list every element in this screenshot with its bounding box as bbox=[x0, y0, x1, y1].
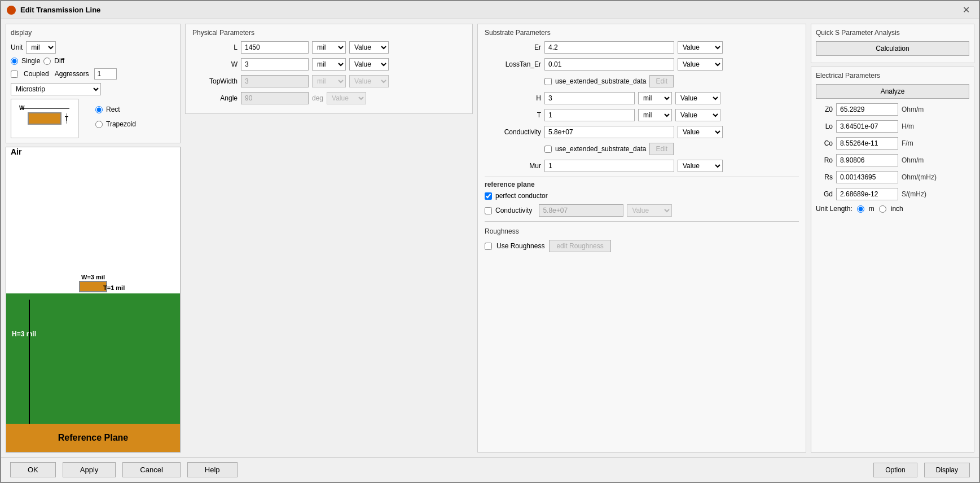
LossTan-input[interactable] bbox=[544, 58, 674, 71]
apply-button[interactable]: Apply bbox=[63, 462, 116, 477]
use-extended-row: use_extended_substrate_data Edit bbox=[485, 75, 799, 87]
W-unit-select[interactable]: milmmuminch bbox=[312, 58, 346, 71]
Ro-label: Ro bbox=[816, 156, 833, 164]
use-extended-label[interactable]: use_extended_substrate_data bbox=[555, 77, 646, 85]
Co-value[interactable] bbox=[836, 137, 898, 150]
unit-select[interactable]: mil mm um inch bbox=[26, 41, 56, 54]
diff-radio[interactable] bbox=[43, 58, 51, 65]
Angle-row: Angle deg Value bbox=[192, 92, 465, 104]
edit-button-1[interactable]: Edit bbox=[649, 75, 674, 87]
help-button[interactable]: Help bbox=[187, 462, 238, 477]
analyze-button[interactable]: Analyze bbox=[816, 84, 969, 99]
Gd-value[interactable] bbox=[836, 188, 898, 200]
LossTan-label: LossTan_Er bbox=[485, 60, 541, 68]
option-button[interactable]: Option bbox=[873, 463, 917, 477]
panels-container: display Unit mil mm um inch Single bbox=[1, 19, 979, 457]
Conductivity-label: Conductivity bbox=[485, 128, 541, 136]
shape-type-select[interactable]: Microstrip Stripline CPW bbox=[11, 83, 101, 95]
trap-label[interactable]: Trapezoid bbox=[106, 120, 136, 128]
single-radio[interactable] bbox=[11, 58, 18, 65]
window-title: Edit Transmission Line bbox=[20, 6, 100, 14]
substrate-section: Substrate Parameters Er ValueOptimizeSwe… bbox=[477, 24, 806, 453]
unit-m-radio[interactable] bbox=[857, 205, 864, 213]
Mur-type-select[interactable]: Value bbox=[678, 160, 723, 172]
perfect-conductor-checkbox[interactable] bbox=[485, 192, 492, 200]
use-extended2-checkbox[interactable] bbox=[544, 146, 552, 153]
W-type-select[interactable]: ValueOptimizeSweep bbox=[349, 58, 389, 71]
L-input[interactable] bbox=[241, 41, 309, 54]
Er-input[interactable] bbox=[544, 41, 674, 54]
perfect-conductor-label[interactable]: perfect conductor bbox=[495, 192, 548, 200]
left-panel: display Unit mil mm um inch Single bbox=[6, 24, 181, 453]
single-label[interactable]: Single bbox=[21, 57, 40, 65]
Lo-value[interactable] bbox=[836, 120, 898, 133]
H-unit-select[interactable]: milmmuminch bbox=[638, 92, 672, 104]
conductor-shape: T bbox=[28, 112, 61, 125]
unit-inch-label[interactable]: inch bbox=[891, 205, 903, 213]
Ro-value[interactable] bbox=[836, 154, 898, 166]
W-input[interactable] bbox=[241, 58, 309, 71]
W-row: W milmmuminch ValueOptimizeSweep bbox=[192, 58, 465, 71]
ref-cond-input[interactable] bbox=[539, 204, 623, 217]
use-extended2-row: use_extended_substrate_data Edit bbox=[485, 143, 799, 155]
display-button[interactable]: Display bbox=[924, 463, 970, 477]
TopWidth-label: TopWidth bbox=[192, 77, 238, 85]
diff-label[interactable]: Diff bbox=[54, 57, 64, 65]
use-roughness-checkbox[interactable] bbox=[485, 243, 492, 250]
rect-label[interactable]: Rect bbox=[106, 106, 120, 113]
Z0-label: Z0 bbox=[816, 106, 833, 113]
edit-roughness-button[interactable]: edit Roughness bbox=[549, 240, 610, 252]
Z0-unit: Ohm/m bbox=[902, 106, 924, 113]
T-type-select[interactable]: Value bbox=[675, 109, 720, 121]
T-unit-select[interactable]: milmmuminch bbox=[638, 109, 672, 121]
unit-inch-radio[interactable] bbox=[879, 205, 886, 213]
H-row: H milmmuminch Value bbox=[485, 92, 799, 104]
coupled-label[interactable]: Coupled bbox=[24, 70, 49, 78]
Rs-value[interactable] bbox=[836, 171, 898, 183]
ground-plane: Reference Plane bbox=[6, 424, 180, 452]
Co-label: Co bbox=[816, 139, 833, 147]
ref-cond-label[interactable]: Conductivity bbox=[495, 207, 532, 214]
L-unit-select[interactable]: milmmuminch bbox=[312, 41, 346, 54]
ref-cond-type-select: Value bbox=[627, 204, 672, 217]
use-extended-checkbox[interactable] bbox=[544, 78, 552, 85]
calculation-button[interactable]: Calculation bbox=[816, 41, 969, 56]
Conductivity-row: Conductivity Value bbox=[485, 126, 799, 138]
L-row: L milmmuminch ValueOptimizeSweep bbox=[192, 41, 465, 54]
display-label: display bbox=[11, 29, 175, 37]
TopWidth-type-select: Value bbox=[349, 75, 389, 87]
edit-button-2[interactable]: Edit bbox=[649, 143, 674, 155]
substrate-region bbox=[6, 293, 180, 424]
app-icon bbox=[7, 6, 16, 15]
shape-row: W T Rect bbox=[11, 99, 175, 138]
Mur-input[interactable] bbox=[544, 160, 674, 172]
Er-type-select[interactable]: ValueOptimizeSweep bbox=[678, 41, 723, 54]
H-input[interactable] bbox=[544, 92, 635, 104]
w-dim-line bbox=[20, 108, 69, 109]
LossTan-type-select[interactable]: Value bbox=[678, 58, 723, 71]
H-type-select[interactable]: Value bbox=[675, 92, 720, 104]
rect-radio[interactable] bbox=[95, 106, 103, 113]
trap-radio[interactable] bbox=[95, 121, 103, 128]
Ro-unit: Ohm/m bbox=[902, 156, 924, 164]
TopWidth-input[interactable] bbox=[241, 75, 309, 87]
cancel-button[interactable]: Cancel bbox=[122, 462, 180, 477]
use-extended2-label[interactable]: use_extended_substrate_data bbox=[555, 145, 646, 153]
ref-conductivity-checkbox[interactable] bbox=[485, 207, 492, 214]
L-type-select[interactable]: ValueOptimizeSweep bbox=[349, 41, 389, 54]
Z0-value[interactable] bbox=[836, 103, 898, 116]
aggressors-spinbox[interactable] bbox=[94, 68, 117, 80]
Conductivity-type-select[interactable]: Value bbox=[678, 126, 723, 138]
h-arrow-line bbox=[29, 300, 30, 424]
Angle-input[interactable] bbox=[241, 92, 309, 104]
T-input[interactable] bbox=[544, 109, 635, 121]
shape-type-row: Microstrip Stripline CPW bbox=[11, 83, 175, 95]
unit-m-label[interactable]: m bbox=[869, 205, 874, 213]
ref-plane-section-label: reference plane bbox=[485, 181, 799, 188]
main-content: display Unit mil mm um inch Single bbox=[1, 19, 979, 482]
ok-button[interactable]: OK bbox=[10, 462, 56, 477]
use-roughness-label[interactable]: Use Roughness bbox=[496, 242, 544, 250]
Conductivity-input[interactable] bbox=[544, 126, 674, 138]
coupled-checkbox[interactable] bbox=[11, 71, 18, 78]
close-button[interactable]: ✕ bbox=[959, 3, 973, 16]
